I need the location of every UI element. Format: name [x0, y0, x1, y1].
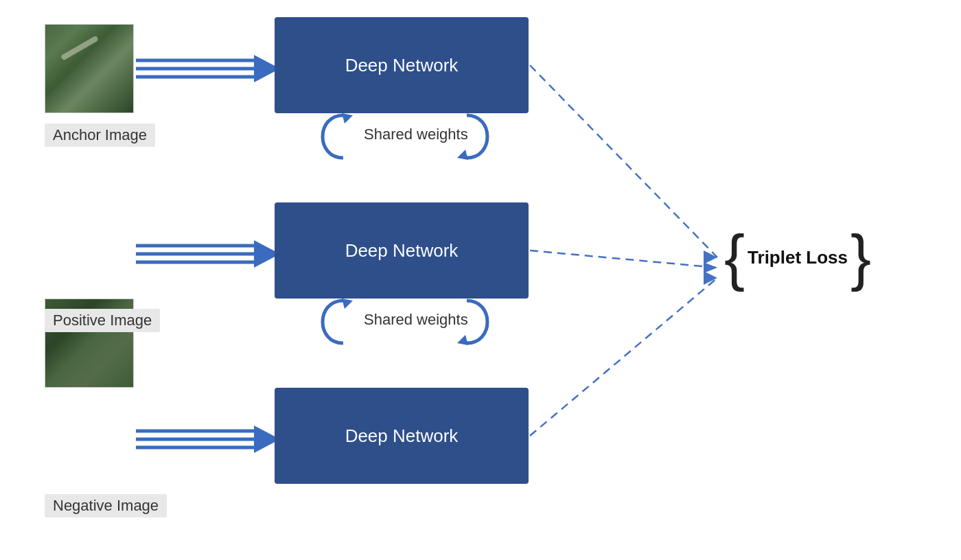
svg-marker-19: [704, 250, 717, 264]
svg-marker-14: [342, 299, 353, 309]
svg-line-18: [530, 278, 717, 436]
open-brace: {: [724, 226, 745, 288]
anchor-image: [45, 24, 134, 113]
close-brace: }: [850, 226, 871, 288]
svg-marker-15: [457, 335, 468, 345]
svg-marker-20: [704, 262, 717, 273]
deep-network-3: Deep Network: [275, 388, 529, 484]
deep-network-2: Deep Network: [275, 202, 529, 299]
svg-marker-12: [342, 113, 353, 124]
svg-marker-13: [457, 150, 468, 160]
triplet-loss-label: Triplet Loss: [748, 247, 848, 268]
svg-line-17: [530, 250, 717, 268]
triplet-loss-container: { Triplet Loss }: [724, 226, 871, 288]
deep-network-1: Deep Network: [275, 17, 529, 113]
diagram-container: Anchor Image Positive Image Negative Ima…: [0, 0, 961, 560]
positive-image-label: Positive Image: [45, 309, 160, 332]
svg-line-16: [530, 65, 717, 257]
shared-weights-2: Shared weights: [364, 311, 468, 329]
anchor-image-label: Anchor Image: [45, 124, 155, 147]
negative-image-label: Negative Image: [45, 494, 167, 517]
svg-marker-21: [704, 271, 717, 285]
shared-weights-1: Shared weights: [364, 126, 468, 143]
